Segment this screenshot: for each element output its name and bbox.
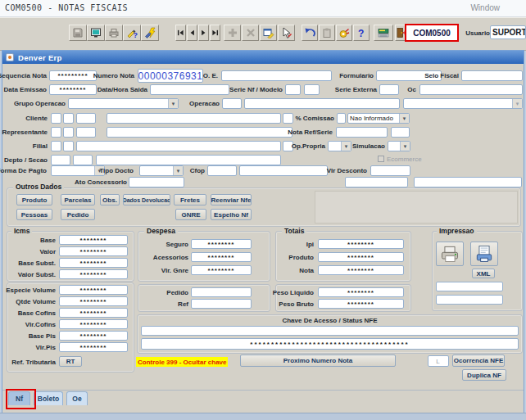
oe-field[interactable] (221, 70, 332, 81)
enter-query-button[interactable]: ? (123, 25, 141, 41)
forma-pagto-combo[interactable]: ▼ (51, 165, 105, 176)
vlr-pis-field[interactable]: ******** (59, 342, 128, 352)
tab-oe[interactable]: Oe (66, 391, 88, 405)
vlr-gnre-field[interactable]: ******** (191, 265, 252, 275)
vlr-cofins-field[interactable]: ******** (59, 319, 128, 329)
pedido-button[interactable]: Pedido (61, 209, 95, 220)
ipi-field[interactable]: ******** (318, 239, 404, 249)
cfop-code-field[interactable] (207, 165, 237, 176)
imprimir-nf-button[interactable] (436, 242, 464, 266)
tipo-docto-combo[interactable]: ▼ (139, 165, 184, 176)
chevron-down-icon[interactable]: ▼ (400, 142, 410, 151)
alert-button[interactable] (336, 25, 352, 41)
tab-nf[interactable]: Nf (8, 391, 30, 405)
comissao-combo[interactable]: Nao Informado▼ (347, 113, 410, 124)
filial-field-2[interactable] (63, 141, 74, 151)
base-pis-field[interactable]: ******** (59, 331, 128, 341)
ato-extra-field-1[interactable] (345, 177, 408, 187)
edit-button[interactable] (260, 25, 277, 41)
rt-button[interactable]: RT (59, 356, 82, 367)
help-button[interactable]: ? (353, 25, 370, 41)
data-emissao-field[interactable]: ******** (49, 84, 97, 95)
representante-field-1[interactable] (51, 127, 61, 138)
filial-nome-field[interactable] (76, 141, 281, 151)
tab-boleto[interactable]: Boleto (34, 391, 63, 405)
espelho-nf-button[interactable]: Espelho Nf (211, 209, 252, 220)
obs-button[interactable]: Obs. (100, 194, 120, 205)
op-propria-combo[interactable]: ▼ (328, 141, 351, 151)
chevron-down-icon[interactable]: ▼ (399, 114, 409, 123)
next-record-button[interactable] (198, 25, 209, 41)
ecommerce-checkbox[interactable] (378, 156, 384, 162)
acessorios-field[interactable]: ******** (191, 252, 252, 262)
icms-valor-subst-field[interactable]: ******** (59, 269, 128, 279)
clipboard-button[interactable] (319, 25, 335, 41)
oc-field[interactable] (419, 84, 523, 95)
keyboard-button[interactable] (374, 25, 393, 41)
status-nfe-field[interactable]: ************************************** (141, 338, 519, 350)
base-cofins-field[interactable]: ******** (59, 308, 128, 318)
data-hora-saida-field[interactable] (150, 84, 229, 95)
xml-button[interactable]: XML (472, 269, 495, 278)
previous-record-button[interactable] (187, 25, 197, 41)
sequencia-nota-field[interactable]: ********* (49, 70, 97, 81)
duplica-nf-button[interactable]: Duplica NF (462, 369, 506, 381)
modelo-field[interactable] (304, 84, 320, 95)
representante-nome-field[interactable] (107, 127, 292, 138)
peso-bruto-field[interactable]: ******** (318, 299, 404, 309)
nota-ref-serie-field[interactable] (391, 127, 410, 138)
operacao-desc-field[interactable] (244, 98, 400, 109)
totais-produto-field[interactable]: ******** (318, 252, 404, 262)
proximo-numero-nota-button[interactable]: Proximo Numero Nota (240, 355, 396, 367)
serie-nf-field[interactable] (285, 84, 301, 95)
representante-field-2[interactable] (63, 127, 74, 138)
chevron-down-icon[interactable]: ▼ (173, 166, 183, 175)
simulacao-combo[interactable]: ▼ (388, 141, 410, 151)
pessoas-button[interactable]: Pessoas (16, 209, 52, 220)
secao-field[interactable] (73, 155, 93, 165)
operacao-extra-combo[interactable]: ▼ (403, 98, 523, 109)
impressao-field-1[interactable] (436, 282, 503, 291)
execute-query-button[interactable] (141, 25, 159, 41)
imprimir-danfe-button[interactable] (470, 242, 498, 266)
undo-button[interactable] (302, 25, 318, 41)
gnre-button[interactable]: GNRE (175, 209, 206, 220)
filial-field-1[interactable] (51, 141, 61, 151)
representante-field-3[interactable] (76, 127, 96, 138)
chevron-down-icon[interactable]: ▼ (341, 142, 351, 151)
ocorrencia-nfe-button[interactable]: Ocorrencia NFE (452, 355, 505, 367)
icms-base-subst-field[interactable]: ******** (59, 258, 128, 268)
chevron-down-icon[interactable]: ▼ (168, 99, 178, 108)
qtde-volume-field[interactable]: ******** (59, 296, 128, 306)
cliente-field-1[interactable] (51, 113, 61, 124)
ato-extra-field-2[interactable] (414, 177, 522, 187)
serie-externa-field[interactable] (379, 84, 399, 95)
especie-volume-field[interactable]: ******** (59, 285, 128, 295)
fretes-button[interactable]: Fretes (174, 194, 206, 205)
chevron-down-icon[interactable]: ▼ (512, 99, 522, 108)
vlr-desconto-field[interactable] (370, 165, 410, 176)
usuario-field[interactable]: SUPORT (490, 25, 526, 39)
numero-nota-field[interactable]: 00000376931 (138, 69, 203, 83)
reenviar-nfe-button[interactable]: Reenviar Nfe (211, 194, 252, 205)
pedido-field[interactable] (191, 287, 252, 297)
cliente-field-3[interactable] (76, 113, 96, 124)
impressao-field-2[interactable] (436, 295, 503, 305)
nota-ref-field[interactable] (336, 127, 388, 138)
pct-comissao-field[interactable] (337, 113, 346, 124)
cliente-nome-field[interactable] (107, 113, 281, 124)
last-record-button[interactable] (210, 25, 220, 41)
tools-button[interactable] (278, 25, 295, 41)
delete-record-button[interactable] (242, 25, 259, 41)
depto-secao-desc-field[interactable] (96, 155, 281, 165)
menu-window[interactable]: Window (470, 3, 500, 12)
operacao-code-field[interactable] (222, 98, 242, 109)
ato-concessorio-field[interactable] (129, 177, 184, 187)
cliente-field-4[interactable] (283, 113, 293, 124)
cliente-field-2[interactable] (63, 113, 74, 124)
depto-field[interactable] (51, 155, 70, 165)
peso-liquido-field[interactable]: ******** (318, 287, 404, 297)
chave-acesso-field[interactable] (141, 326, 519, 336)
icms-base-field[interactable]: ******** (59, 235, 128, 245)
insert-record-button[interactable] (224, 25, 241, 41)
